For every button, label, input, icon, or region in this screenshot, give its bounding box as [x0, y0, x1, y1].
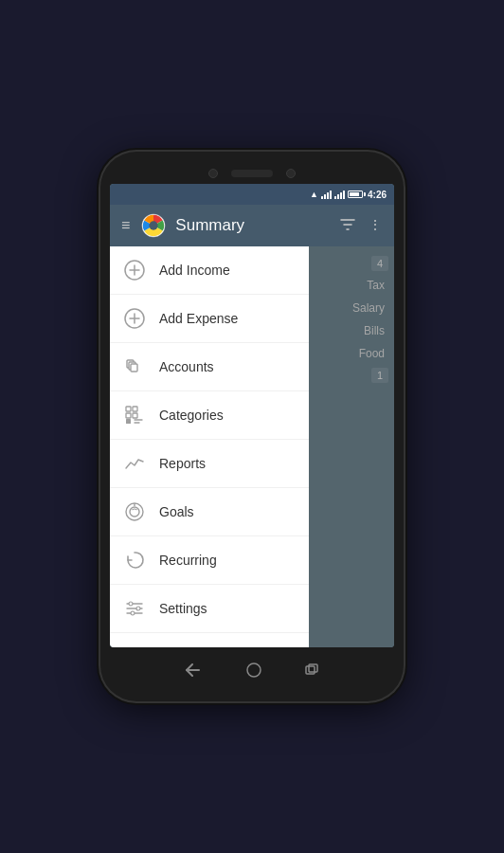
signal-bar-2 [324, 194, 326, 199]
time-display: 4:26 [368, 190, 387, 200]
reports-label: Reports [159, 456, 206, 471]
phone-nav-bar [110, 655, 394, 688]
svg-point-28 [247, 663, 261, 677]
menu-item-add-income[interactable]: Add Income [110, 246, 309, 295]
menu-item-settings[interactable]: Settings [110, 585, 309, 633]
accounts-icon [123, 355, 146, 378]
categories-label: Categories [159, 408, 224, 423]
svg-rect-10 [131, 364, 137, 372]
drawer-menu: Add Income Add Expense [110, 246, 309, 647]
accounts-label: Accounts [159, 359, 214, 374]
menu-item-accounts[interactable]: Accounts [110, 343, 309, 391]
wifi-icon: ▲ [310, 190, 318, 199]
add-income-label: Add Income [159, 263, 230, 278]
menu-item-reports[interactable]: Reports [110, 440, 309, 488]
speaker [231, 170, 273, 177]
plus-circle-icon-income [123, 259, 146, 281]
status-bar: ▲ 4:26 [110, 184, 394, 205]
filter-icon[interactable] [335, 213, 360, 239]
hamburger-menu-icon[interactable]: ≡ [117, 213, 134, 238]
camera-2 [286, 169, 296, 178]
signal-bar-6 [337, 194, 339, 199]
drawer-overlay[interactable] [309, 246, 394, 647]
toolbar-title: Summary [175, 216, 328, 235]
reports-icon [123, 452, 146, 475]
menu-item-recurring[interactable]: Recurring [110, 536, 309, 585]
phone-top [110, 169, 394, 178]
svg-point-1 [150, 221, 158, 229]
svg-rect-29 [306, 666, 315, 674]
goals-icon [123, 500, 146, 523]
svg-rect-11 [126, 407, 131, 411]
svg-rect-12 [126, 413, 131, 418]
svg-point-26 [131, 611, 135, 615]
status-icons: ▲ 4:26 [310, 190, 387, 200]
content-area: Add Income Add Expense [110, 246, 394, 647]
camera [208, 169, 218, 178]
categories-icon [123, 404, 146, 426]
signal-bar-5 [334, 196, 336, 199]
signal-bar-1 [321, 196, 323, 199]
menu-item-categories[interactable]: Categories [110, 391, 309, 440]
signal-bars-2 [334, 190, 345, 199]
plus-circle-icon-expense [123, 307, 146, 330]
svg-rect-14 [133, 413, 137, 418]
toolbar: ≡ Summary ⋮ [110, 205, 394, 246]
recurring-icon [123, 549, 146, 572]
menu-item-goals[interactable]: Goals [110, 488, 309, 536]
settings-icon [123, 597, 146, 620]
more-options-icon[interactable]: ⋮ [364, 213, 387, 239]
screen: ▲ 4:26 ≡ [110, 184, 394, 647]
battery-fill [350, 192, 359, 196]
signal-bar-3 [327, 192, 329, 199]
battery-icon [348, 191, 363, 198]
home-button[interactable] [239, 659, 269, 684]
signal-bar-8 [343, 191, 345, 199]
settings-label: Settings [159, 601, 207, 616]
svg-point-24 [129, 602, 133, 606]
svg-rect-13 [133, 407, 137, 411]
menu-item-add-expense[interactable]: Add Expense [110, 295, 309, 343]
back-button[interactable] [178, 660, 210, 683]
svg-point-25 [136, 607, 140, 610]
signal-bars [321, 190, 332, 199]
signal-bar-7 [340, 192, 342, 199]
recurring-label: Recurring [159, 553, 217, 568]
signal-bar-4 [330, 191, 332, 199]
app-logo [141, 213, 166, 238]
goals-label: Goals [159, 504, 194, 519]
toolbar-actions: ⋮ [335, 213, 387, 239]
phone-frame: ▲ 4:26 ≡ [100, 152, 404, 701]
svg-rect-30 [309, 664, 317, 672]
add-expense-label: Add Expense [159, 311, 238, 326]
svg-rect-15 [126, 419, 131, 424]
recent-apps-button[interactable] [297, 660, 326, 683]
